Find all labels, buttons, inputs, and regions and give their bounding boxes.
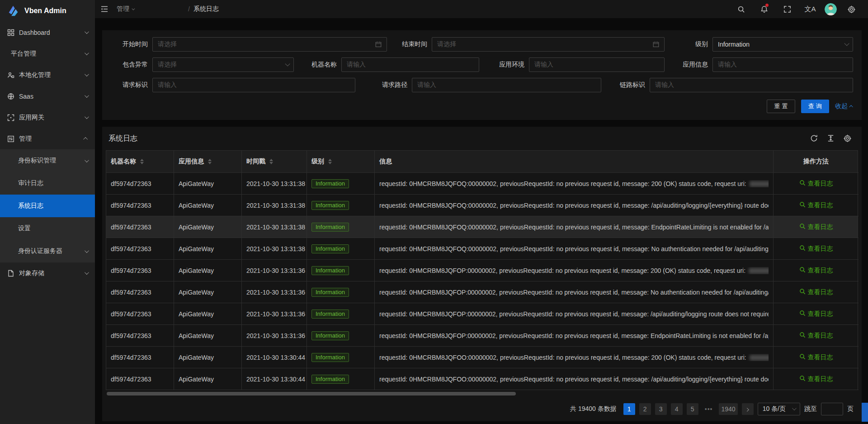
column-header-3[interactable]: 级别 (307, 151, 375, 173)
chevron-down-icon (85, 93, 89, 98)
sidebar-menu: Dashboard平台管理本地化管理Saas应用网关管理身份标识管理审计日志系统… (0, 22, 95, 424)
pagination-page-1940[interactable]: 1940 (719, 403, 737, 415)
sidebar-item-label: 对象存储 (19, 269, 85, 277)
page-size-select[interactable]: 10 条/页 (758, 403, 800, 415)
sidebar-item-platform-manage[interactable]: 平台管理 (0, 43, 95, 64)
cell-level: Information (307, 325, 375, 347)
field-placeholder: 请输入 (655, 81, 674, 89)
horizontal-scrollbar-thumb[interactable] (107, 392, 516, 395)
cell-actions: 查看日志 (774, 368, 859, 390)
column-header-0[interactable]: 机器名称 (106, 151, 174, 173)
chevron-right-icon (745, 408, 749, 411)
app-info-input[interactable]: 请输入 (712, 57, 853, 72)
fullscreen-icon[interactable] (778, 0, 796, 18)
view-log-button[interactable]: 查看日志 (799, 332, 833, 340)
view-log-button[interactable]: 查看日志 (799, 245, 833, 253)
pagination-page-1[interactable]: 1 (623, 403, 635, 415)
column-header-2[interactable]: 时间戳 (242, 151, 307, 173)
table-row[interactable]: df5974d72363ApiGateWay2021-10-30 13:31:3… (106, 216, 858, 238)
sidebar-item-label: 设置 (18, 224, 88, 233)
column-settings-gear-icon[interactable] (844, 134, 852, 143)
request-path-input[interactable]: 请输入 (412, 78, 601, 92)
table-row[interactable]: df5974d72363ApiGateWay2021-10-30 13:31:3… (106, 195, 858, 216)
filter-field-trace-id: 链路标识请输入 (617, 78, 853, 92)
sidebar-item-auth-server[interactable]: 身份认证服务器 (0, 240, 95, 262)
sidebar-item-manage[interactable]: 管理 (0, 128, 95, 149)
table-row[interactable]: df5974d72363ApiGateWay2021-10-30 13:31:3… (106, 325, 858, 347)
pagination-page-4[interactable]: 4 (671, 403, 683, 415)
view-log-button[interactable]: 查看日志 (799, 267, 833, 275)
notification-bell-icon[interactable] (755, 0, 773, 18)
has-exception-select[interactable]: 请选择 (152, 57, 294, 72)
level-select[interactable]: Information (712, 37, 853, 52)
column-header-4[interactable]: 信息 (375, 151, 774, 173)
collapse-filter-link[interactable]: 收起 (835, 102, 853, 110)
chevron-down-icon (85, 72, 89, 76)
sidebar-item-label: 平台管理 (11, 50, 85, 58)
machine-name-input[interactable]: 请输入 (341, 57, 479, 72)
translate-icon[interactable]: 文A (802, 0, 819, 18)
calendar-icon (375, 41, 382, 48)
filter-field-request-id: 请求标识请输入 (120, 78, 355, 92)
menu-fold-icon[interactable] (100, 5, 108, 13)
search-button[interactable]: 查 询 (801, 100, 829, 113)
sidebar-item-identity-manage[interactable]: 身份标识管理 (0, 149, 95, 172)
pagination-page-2[interactable]: 2 (639, 403, 651, 415)
sidebar-item-system-logs[interactable]: 系统日志 (0, 195, 95, 217)
request-id-input[interactable]: 请输入 (152, 78, 355, 92)
breadcrumb-section[interactable]: 管理 (117, 5, 184, 13)
table-row[interactable]: df5974d72363ApiGateWay2021-10-30 13:31:3… (106, 303, 858, 325)
field-value: Information (718, 41, 750, 48)
cell-level: Information (307, 303, 375, 325)
view-log-button[interactable]: 查看日志 (799, 310, 833, 318)
app-logo[interactable]: Vben Admin (0, 0, 95, 22)
table-row[interactable]: df5974d72363ApiGateWay2021-10-30 13:31:3… (106, 281, 858, 303)
refresh-icon[interactable] (810, 134, 818, 143)
table-row[interactable]: df5974d72363ApiGateWay2021-10-30 13:31:3… (106, 173, 858, 195)
view-log-button[interactable]: 查看日志 (799, 288, 833, 296)
jump-page-input[interactable] (821, 403, 843, 415)
user-avatar[interactable] (825, 3, 837, 15)
view-log-button[interactable]: 查看日志 (799, 223, 833, 231)
row-height-icon[interactable] (827, 134, 835, 143)
sidebar-item-settings[interactable]: 设置 (0, 217, 95, 240)
level-badge: Information (311, 201, 349, 210)
sidebar-item-dashboard[interactable]: Dashboard (0, 22, 95, 43)
sidebar-item-object-storage[interactable]: 对象存储 (0, 262, 95, 284)
view-log-button[interactable]: 查看日志 (799, 180, 833, 188)
breadcrumb: 管理 / 系统日志 (117, 5, 259, 13)
sidebar-item-audit-logs[interactable]: 审计日志 (0, 172, 95, 195)
pagination-ellipsis[interactable]: ••• (703, 403, 715, 415)
reset-button[interactable]: 重 置 (767, 100, 795, 113)
sidebar-item-saas[interactable]: Saas (0, 86, 95, 107)
view-log-button[interactable]: 查看日志 (799, 375, 833, 383)
app-env-input[interactable]: 请输入 (529, 57, 665, 72)
table-row[interactable]: df5974d72363ApiGateWay2021-10-30 13:31:3… (106, 260, 858, 281)
start-time-date[interactable]: 请选择 (152, 37, 387, 52)
field-placeholder: 请输入 (347, 61, 366, 69)
sidebar-item-label: 系统日志 (18, 202, 88, 210)
calendar-icon (653, 41, 659, 48)
end-time-date[interactable]: 请选择 (432, 37, 665, 52)
chevron-down-icon (844, 41, 849, 46)
field-label: 请求标识 (120, 81, 148, 89)
sidebar-item-localization-manage[interactable]: 本地化管理 (0, 64, 95, 86)
table-row[interactable]: df5974d72363ApiGateWay2021-10-30 13:30:4… (106, 368, 858, 390)
vertical-scrollbar-thumb[interactable] (862, 403, 868, 422)
settings-gear-icon[interactable] (843, 0, 860, 18)
view-log-button[interactable]: 查看日志 (799, 201, 833, 210)
trace-id-input[interactable]: 请输入 (650, 78, 853, 92)
pagination-next-button[interactable] (742, 403, 754, 415)
view-log-button[interactable]: 查看日志 (799, 353, 833, 362)
pagination-page-5[interactable]: 5 (687, 403, 698, 415)
table-row[interactable]: df5974d72363ApiGateWay2021-10-30 13:30:4… (106, 347, 858, 368)
sidebar-item-app-gateway[interactable]: 应用网关 (0, 107, 95, 128)
sort-icon (140, 159, 144, 164)
search-icon[interactable] (732, 0, 750, 18)
table-row[interactable]: df5974d72363ApiGateWay2021-10-30 13:31:3… (106, 238, 858, 260)
cell-message: requestId: 0HMCRBM8JQFOQ:00000002, previ… (375, 195, 774, 216)
column-header-5[interactable]: 操作方法 (774, 151, 859, 173)
filter-field-machine-name: 机器名称请输入 (309, 57, 479, 72)
pagination-page-3[interactable]: 3 (655, 403, 667, 415)
column-header-1[interactable]: 应用信息 (174, 151, 242, 173)
